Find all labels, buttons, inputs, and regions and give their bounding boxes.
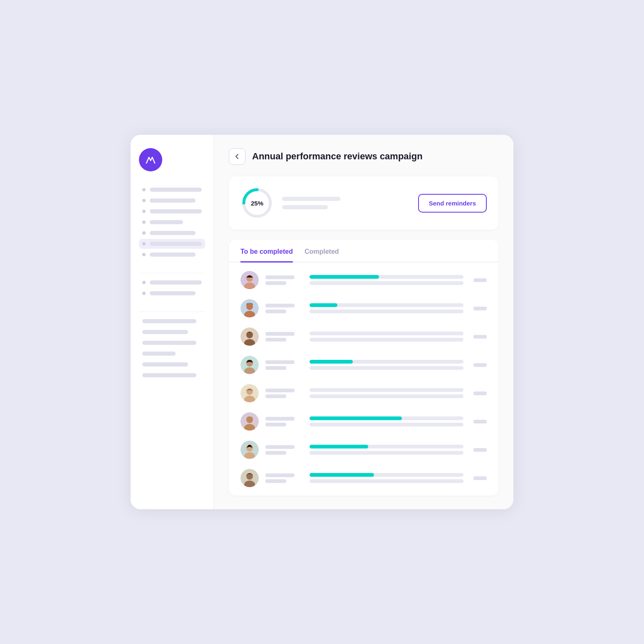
progress-track [310, 388, 463, 392]
sidebar-item-14[interactable] [139, 359, 205, 369]
sidebar-item-7[interactable] [139, 250, 205, 260]
sidebar-line [142, 352, 176, 356]
tab-to-be-completed[interactable]: To be completed [240, 248, 293, 263]
back-button[interactable] [229, 148, 245, 165]
action-col [470, 307, 487, 310]
action-col [470, 391, 487, 395]
progress-sub [310, 310, 463, 313]
action-pill [473, 278, 487, 282]
sidebar-item-4[interactable] [139, 217, 205, 227]
name-col [265, 332, 303, 342]
person-row[interactable] [229, 294, 498, 322]
action-pill [473, 420, 487, 424]
avatar [240, 384, 259, 402]
avatar [240, 356, 259, 374]
tabs-card: To be completed Completed [229, 240, 498, 495]
person-row[interactable] [229, 407, 498, 436]
person-row[interactable] [229, 436, 498, 464]
sidebar-dot [142, 242, 146, 245]
progress-sub [310, 366, 463, 370]
name-col [265, 389, 303, 398]
name-col [265, 417, 303, 426]
tab-completed[interactable]: Completed [305, 248, 339, 263]
sidebar-dot [142, 210, 146, 213]
sidebar-line [150, 280, 202, 285]
sidebar-item-1[interactable] [139, 185, 205, 195]
name-line [265, 338, 286, 342]
sidebar-line [150, 198, 196, 203]
action-col [470, 476, 487, 480]
name-line [265, 332, 295, 336]
sidebar-item-3[interactable] [139, 206, 205, 216]
sidebar-line [142, 373, 196, 377]
svg-point-6 [246, 303, 253, 310]
progress-col [310, 473, 463, 483]
sidebar-dot [142, 231, 146, 235]
person-row[interactable] [229, 464, 498, 492]
avatar [240, 441, 259, 459]
sidebar-item-12[interactable] [139, 338, 205, 348]
sidebar-line [150, 231, 196, 235]
name-line [265, 451, 286, 455]
page-title: Annual performance reviews campaign [252, 151, 423, 162]
name-line [265, 389, 295, 392]
stats-bar-2 [282, 205, 328, 209]
person-row[interactable] [229, 379, 498, 407]
name-line [265, 304, 295, 307]
sidebar-item-9[interactable] [139, 288, 205, 298]
person-row[interactable] [229, 351, 498, 379]
sidebar-item-13[interactable] [139, 349, 205, 359]
progress-track [310, 360, 463, 364]
sidebar-line [142, 362, 188, 367]
action-col [470, 420, 487, 424]
sidebar-item-2[interactable] [139, 196, 205, 206]
progress-track [310, 332, 463, 335]
sidebar-item-11[interactable] [139, 327, 205, 337]
progress-sub [310, 479, 463, 483]
progress-col [310, 303, 463, 313]
name-line [265, 417, 295, 421]
name-line [265, 281, 286, 285]
name-line [265, 479, 286, 483]
tabs-header: To be completed Completed [229, 240, 498, 263]
sidebar-item-5[interactable] [139, 228, 205, 238]
progress-fill [310, 445, 368, 448]
avatar [240, 271, 259, 289]
sidebar-section-1 [139, 185, 205, 260]
progress-track [310, 275, 463, 279]
svg-point-24 [246, 473, 253, 480]
sidebar-line [142, 319, 196, 323]
sidebar-line [150, 220, 183, 224]
name-col [265, 304, 303, 313]
progress-fill [310, 473, 374, 477]
svg-point-15 [246, 388, 253, 395]
progress-sub [310, 394, 463, 398]
progress-col [310, 332, 463, 342]
sidebar-section-3 [139, 316, 205, 381]
progress-sub [310, 451, 463, 455]
action-pill [473, 307, 487, 310]
name-col [265, 360, 303, 370]
app-container: Annual performance reviews campaign 25% [131, 135, 513, 509]
donut-label: 25% [251, 200, 263, 207]
sidebar [131, 135, 214, 509]
action-pill [473, 448, 487, 452]
avatar [240, 412, 259, 431]
action-col [470, 363, 487, 367]
sidebar-dot [142, 188, 146, 191]
sidebar-section-2 [139, 277, 205, 299]
person-row[interactable] [229, 266, 498, 294]
avatar [240, 299, 259, 317]
sidebar-item-6-active[interactable] [139, 239, 205, 249]
sidebar-item-15[interactable] [139, 370, 205, 380]
app-logo [139, 148, 162, 171]
progress-fill [310, 275, 379, 279]
person-row[interactable] [229, 322, 498, 351]
sidebar-item-10[interactable] [139, 316, 205, 326]
name-line [265, 310, 286, 313]
action-pill [473, 476, 487, 480]
people-list [229, 263, 498, 495]
send-reminders-button[interactable]: Send reminders [418, 194, 487, 213]
name-col [265, 445, 303, 455]
sidebar-item-8[interactable] [139, 277, 205, 287]
